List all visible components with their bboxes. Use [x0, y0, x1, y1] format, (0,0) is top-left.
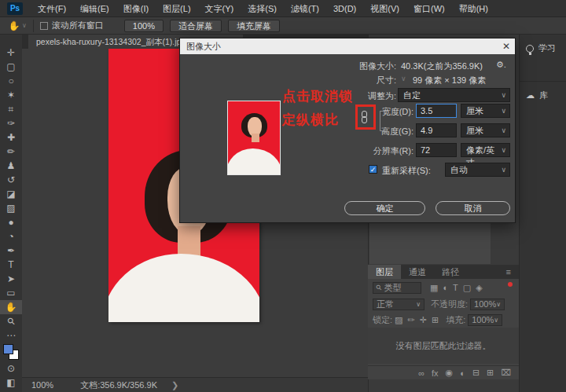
- menu-layer[interactable]: 图层(L): [156, 0, 197, 17]
- clone-stamp-tool[interactable]: ♟: [0, 159, 22, 173]
- chevron-down-icon: ∨: [501, 124, 506, 137]
- image-preview[interactable]: [227, 101, 281, 175]
- resolution-unit-dropdown[interactable]: 像素/英寸 ∨: [461, 143, 510, 157]
- new-layer-icon[interactable]: ⊞: [487, 368, 494, 378]
- menu-edit[interactable]: 编辑(E): [73, 0, 116, 17]
- menu-bar: Ps 文件(F) 编辑(E) 图像(I) 图层(L) 文字(Y) 选择(S) 滤…: [0, 0, 566, 17]
- filter-type-dropdown[interactable]: ⚲ 类型: [373, 282, 421, 294]
- eyedropper-tool[interactable]: ✑: [0, 116, 22, 130]
- fill-dropdown[interactable]: 100% ∨: [468, 314, 502, 326]
- zoom-100-button[interactable]: 100%: [124, 20, 164, 32]
- tab-paths[interactable]: 路径: [434, 265, 467, 279]
- chevron-down-icon: ∨: [416, 299, 421, 310]
- learn-panel-button[interactable]: 学习: [520, 35, 566, 62]
- resolution-label: 分辨率(R):: [337, 145, 413, 157]
- rectangle-tool[interactable]: ▭: [0, 286, 22, 300]
- filter-shape-icon[interactable]: ▢: [463, 283, 471, 293]
- filter-pixel-icon[interactable]: ▦: [430, 283, 438, 293]
- new-adjustment-icon[interactable]: ◐: [460, 368, 465, 378]
- quick-mask-button[interactable]: ⊙: [0, 361, 22, 376]
- width-unit-value: 厘米: [466, 106, 483, 115]
- menu-type[interactable]: 文字(Y): [198, 0, 241, 17]
- layer-style-icon[interactable]: fx: [432, 368, 439, 378]
- dimensions-value: 99 像素 × 139 像素: [413, 75, 486, 86]
- layers-panel: 图层 通道 路径 ≡ ⚲ 类型 ▦ ◐ T ▢ ◈ 正常 ∨ 不透明度: 10: [368, 265, 519, 379]
- opacity-dropdown[interactable]: 100% ∨: [470, 299, 505, 310]
- marquee-tool[interactable]: ▢: [0, 60, 22, 74]
- color-chips[interactable]: [3, 344, 19, 360]
- panel-menu-icon[interactable]: ≡: [498, 265, 519, 279]
- healing-brush-tool[interactable]: ✚: [0, 130, 22, 145]
- width-input[interactable]: 3.5: [416, 104, 457, 118]
- gear-icon[interactable]: ⚙.: [496, 60, 506, 70]
- add-mask-icon[interactable]: ◉: [446, 368, 454, 378]
- tab-channels[interactable]: 通道: [401, 265, 434, 279]
- crop-tool[interactable]: ⌗: [0, 102, 22, 116]
- tab-layers[interactable]: 图层: [368, 265, 401, 279]
- history-brush-tool[interactable]: ↺: [0, 173, 22, 187]
- resample-checkbox[interactable]: ✓: [369, 165, 377, 174]
- edit-toolbar-button[interactable]: ⋯: [0, 328, 22, 343]
- ok-button[interactable]: 确定: [344, 201, 425, 215]
- blend-mode-value: 正常: [377, 299, 394, 310]
- delete-layer-icon[interactable]: ⌧: [501, 368, 511, 378]
- dialog-title[interactable]: 图像大小: [180, 38, 515, 54]
- fit-screen-button[interactable]: 适合屏幕: [170, 20, 222, 32]
- resolution-input[interactable]: 72: [416, 143, 457, 157]
- fill-value: 100%: [472, 315, 494, 325]
- type-tool[interactable]: T: [0, 258, 22, 272]
- new-group-icon[interactable]: ⊟: [472, 368, 480, 378]
- menu-file[interactable]: 文件(F): [31, 0, 73, 17]
- status-chevron-icon[interactable]: ❯: [171, 380, 178, 390]
- gradient-tool[interactable]: ▨: [0, 201, 22, 215]
- filter-smart-object-icon[interactable]: ◈: [476, 283, 482, 293]
- chevron-down-icon: ∨: [501, 89, 506, 101]
- blur-tool[interactable]: ●: [0, 215, 22, 229]
- menu-image[interactable]: 图像(I): [116, 0, 156, 17]
- menu-window[interactable]: 窗口(W): [406, 0, 452, 17]
- move-tool[interactable]: ✛: [0, 46, 22, 60]
- separator: [33, 20, 34, 32]
- fit-to-dropdown[interactable]: 自定 ∨: [398, 88, 510, 102]
- filter-type-label: 类型: [384, 283, 402, 293]
- tool-preset-caret-icon[interactable]: ∨: [22, 22, 27, 29]
- brush-tool[interactable]: ✏: [0, 145, 22, 159]
- filter-type-icon[interactable]: T: [453, 283, 458, 292]
- lock-transparency-icon[interactable]: ▨: [395, 315, 402, 325]
- menu-filter[interactable]: 滤镜(T): [284, 0, 326, 17]
- dimensions-caret-icon[interactable]: ∨: [401, 75, 406, 82]
- zoom-tool[interactable]: ⚲: [0, 314, 22, 328]
- lock-all-icon[interactable]: ⊞: [432, 315, 439, 325]
- dodge-tool[interactable]: ◔: [0, 229, 22, 244]
- scroll-all-windows-checkbox[interactable]: [40, 22, 48, 30]
- eraser-tool[interactable]: ◪: [0, 187, 22, 201]
- filter-adjustment-icon[interactable]: ◐: [443, 283, 448, 292]
- image-size-dialog: 图像大小 ✕ 图像大小: 40.3K(之前为356.9K) ⚙. 尺寸: ∨ 9…: [179, 38, 516, 223]
- lasso-tool[interactable]: ○: [0, 74, 22, 88]
- menu-3d[interactable]: 3D(D): [326, 0, 363, 17]
- menu-select[interactable]: 选择(S): [241, 0, 284, 17]
- menu-view[interactable]: 视图(V): [363, 0, 406, 17]
- lock-position-icon[interactable]: ✛: [420, 315, 427, 325]
- libraries-panel-button[interactable]: ☁ 库: [520, 81, 566, 109]
- blend-mode-dropdown[interactable]: 正常 ∨: [373, 299, 424, 310]
- fill-screen-button[interactable]: 填充屏幕: [228, 20, 280, 32]
- height-input[interactable]: 4.9: [416, 123, 457, 137]
- magic-wand-tool[interactable]: ✶: [0, 88, 22, 102]
- menu-help[interactable]: 帮助(H): [452, 0, 495, 17]
- close-icon[interactable]: ✕: [502, 38, 510, 54]
- hand-tool[interactable]: ✋: [0, 300, 22, 314]
- screen-mode-button[interactable]: ◧: [0, 376, 22, 390]
- zoom-level-field[interactable]: 100%: [31, 380, 53, 390]
- height-unit-dropdown[interactable]: 厘米 ∨: [461, 123, 510, 137]
- lock-pixels-icon[interactable]: ✏: [407, 315, 414, 325]
- portrait-shoulders: [108, 254, 259, 322]
- width-unit-dropdown[interactable]: 厘米 ∨: [461, 104, 510, 118]
- resample-dropdown[interactable]: 自动 ∨: [445, 163, 510, 177]
- foreground-color-swatch[interactable]: [3, 344, 13, 354]
- filter-toggle-indicator[interactable]: [508, 282, 513, 287]
- cancel-button[interactable]: 取消: [436, 201, 510, 215]
- path-select-tool[interactable]: ➤: [0, 272, 22, 286]
- link-layers-icon[interactable]: ∞: [418, 368, 424, 378]
- pen-tool[interactable]: ✒: [0, 244, 22, 258]
